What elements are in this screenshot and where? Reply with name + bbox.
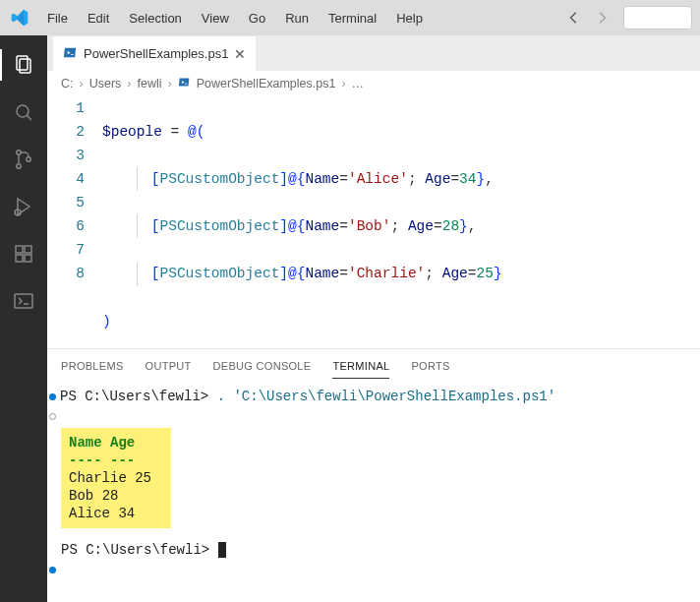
svg-rect-8 [16,246,23,253]
editor-area: PowerShellExamples.ps1 ✕ C:› Users› fewl… [47,35,700,602]
terminal-active-dot-icon [49,393,56,400]
menu-view[interactable]: View [194,7,237,30]
terminal-prompt: PS C:\Users\fewli> [61,542,209,558]
svg-rect-12 [15,294,32,308]
breadcrumb[interactable]: C:› Users› fewli› PowerShellExamples.ps1… [47,71,700,96]
menu-file[interactable]: File [39,7,76,30]
breadcrumb-part[interactable]: Users [89,77,122,90]
activity-bar [0,35,47,602]
svg-rect-1 [20,59,30,73]
panel-tab-ports[interactable]: PORTS [411,354,449,378]
terminal-output-highlight: Name Age ---- --- Charlie 25 Bob 28 Alic… [61,428,171,528]
panel-tab-output[interactable]: OUTPUT [146,354,192,378]
code-content[interactable]: $people = @( [PSCustomObject]@{Name='Ali… [102,96,547,348]
line-gutter: 12345678 [47,96,102,348]
menu-terminal[interactable]: Terminal [321,7,384,30]
editor-tab-label: PowerShellExamples.ps1 [84,46,228,61]
vscode-logo-icon [8,6,31,30]
menu-help[interactable]: Help [388,7,431,30]
terminal-command: . 'C:\Users\fewli\PowerShellExamples.ps1… [217,389,555,404]
menu-go[interactable]: Go [241,7,273,30]
activity-source-control-icon[interactable] [0,138,47,181]
menu-run[interactable]: Run [277,7,317,30]
svg-rect-0 [17,56,28,70]
powershell-file-icon [178,76,191,91]
svg-point-5 [17,164,21,168]
svg-rect-10 [25,255,31,262]
editor-tabs: PowerShellExamples.ps1 ✕ [47,35,700,71]
menu-edit[interactable]: Edit [80,7,117,30]
command-center-search[interactable] [623,6,692,30]
terminal[interactable]: PS C:\Users\fewli> . 'C:\Users\fewli\Pow… [47,383,700,602]
powershell-file-icon [63,45,78,63]
nav-forward-icon[interactable] [590,6,613,30]
terminal-active-dot-icon [49,567,56,573]
panel-tab-terminal[interactable]: TERMINAL [332,354,389,379]
panel-tab-debug-console[interactable]: DEBUG CONSOLE [213,354,312,378]
activity-terminal-icon[interactable] [0,279,47,323]
breadcrumb-part[interactable]: fewli [138,77,162,90]
activity-explorer-icon[interactable] [0,43,47,87]
svg-point-6 [27,157,30,161]
title-bar: File Edit Selection View Go Run Terminal… [0,0,700,35]
svg-point-4 [17,150,21,154]
bottom-panel: PROBLEMS OUTPUT DEBUG CONSOLE TERMINAL P… [47,348,700,602]
menu-selection[interactable]: Selection [121,7,189,30]
editor-tab[interactable]: PowerShellExamples.ps1 ✕ [53,35,256,71]
terminal-prompt: PS C:\Users\fewli> [60,389,208,404]
svg-point-2 [17,105,29,117]
svg-line-3 [28,116,32,121]
nav-back-icon[interactable] [562,6,586,30]
panel-tabs: PROBLEMS OUTPUT DEBUG CONSOLE TERMINAL P… [47,349,700,383]
terminal-idle-dot-icon [49,413,56,420]
activity-search-icon[interactable] [0,90,47,134]
code-editor[interactable]: 12345678 $people = @( [PSCustomObject]@{… [47,96,700,348]
panel-tab-problems[interactable]: PROBLEMS [61,354,124,378]
breadcrumb-part[interactable]: PowerShellExamples.ps1 [197,77,336,90]
activity-extensions-icon[interactable] [0,232,47,275]
close-icon[interactable]: ✕ [234,47,246,61]
svg-rect-9 [16,255,23,262]
terminal-cursor-icon [218,542,226,558]
activity-run-debug-icon[interactable] [0,185,47,228]
svg-rect-11 [25,246,31,253]
breadcrumb-part[interactable]: … [352,77,365,90]
breadcrumb-part[interactable]: C: [61,77,74,90]
